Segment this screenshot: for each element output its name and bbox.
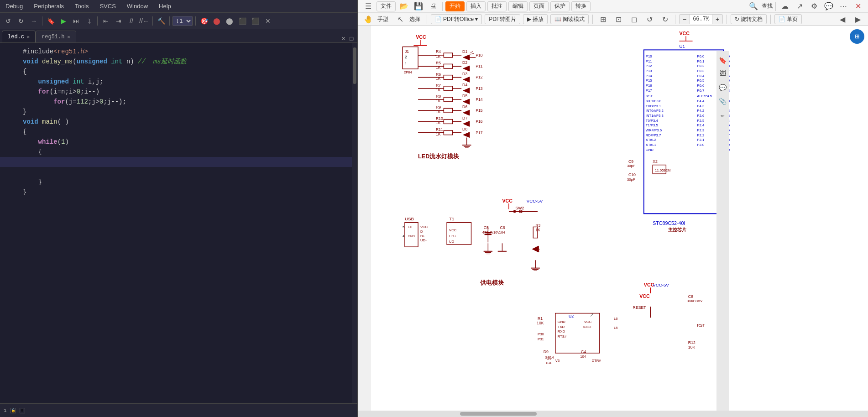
tab-reg51-h[interactable]: reg51.h ✕	[36, 31, 76, 42]
code-scroll-thumb[interactable]	[353, 47, 356, 84]
sidebar-clip-icon[interactable]: 📎	[717, 96, 728, 107]
indent-btn[interactable]: ⇤	[100, 16, 111, 26]
build-btn[interactable]: 🔨	[156, 16, 167, 26]
pdf-right-nav[interactable]: ▶	[852, 13, 864, 26]
stepover-btn[interactable]: ⤵	[84, 16, 94, 26]
u2-rxd: RXD	[558, 329, 565, 334]
view-mode-4[interactable]: ↺	[643, 13, 656, 26]
usb-pin1: EH	[408, 225, 413, 229]
pdf-bottom-scrollbar[interactable]	[358, 411, 868, 417]
p16-label: P16	[476, 119, 483, 124]
zoom-out-btn[interactable]: −	[680, 14, 690, 24]
pdf-read-btn[interactable]: 📖 阅读模式	[550, 14, 589, 24]
menu-debug[interactable]: Debug	[4, 2, 25, 10]
view-mode-5[interactable]: ↻	[659, 13, 671, 26]
pdf-image-btn[interactable]: PDF转图片	[485, 14, 520, 24]
code-line-9: {	[0, 127, 357, 137]
view-mode-1[interactable]: ⊞	[596, 13, 609, 26]
view-mode-2[interactable]: ⊡	[612, 13, 625, 26]
tab-led-c[interactable]: led.c ✕	[2, 31, 36, 42]
pdf-scroll-thumb[interactable]	[460, 412, 537, 416]
menu-help[interactable]: Help	[157, 2, 173, 10]
start-debug-btn[interactable]: ⬤	[211, 16, 222, 26]
p21-r: P2.1	[697, 138, 704, 142]
blue-action-btn[interactable]: ⊞	[850, 29, 864, 44]
pdf-left-nav[interactable]: ◀	[836, 13, 849, 26]
stop-debug-btn[interactable]: ⬤	[224, 16, 235, 26]
uncomment-btn[interactable]: //←	[139, 16, 150, 26]
sidebar-image-icon[interactable]: 🖼	[717, 68, 728, 79]
bookmark-btn[interactable]: 🔖	[45, 16, 56, 26]
menu-peripherals[interactable]: Peripherals	[32, 2, 66, 10]
comment-btn[interactable]: //	[126, 16, 137, 26]
p44-r: P4.4	[697, 99, 705, 103]
close-btn-x[interactable]: ✕	[262, 16, 273, 26]
pdf-close-btn[interactable]: ✕	[852, 0, 864, 13]
c4-label: C4	[581, 349, 586, 354]
code-editor-area[interactable]: #include<reg51.h> void delay_ms(unsigned…	[0, 43, 357, 403]
pdf-page-view-btn[interactable]: 📄 单页	[774, 14, 802, 24]
tab-led-c-close[interactable]: ✕	[27, 34, 30, 40]
restore-tab-btn[interactable]: ▢	[347, 34, 356, 42]
menu-tools[interactable]: Tools	[73, 2, 90, 10]
pdf-play-btn[interactable]: ▶ 播放	[523, 14, 548, 24]
sidebar-comment-icon[interactable]: 💬	[717, 82, 728, 93]
pdf-sep7	[770, 15, 771, 24]
menu-svcs[interactable]: SVCS	[98, 2, 117, 10]
code-line-10: while(1)	[0, 137, 357, 147]
pdf-print-btn[interactable]: 🖨	[427, 0, 439, 13]
redo-btn[interactable]: ↻	[16, 16, 26, 26]
tab-reg51-h-close[interactable]: ✕	[67, 34, 70, 40]
pdf-more-btn[interactable]: ⋯	[837, 0, 850, 13]
pdf-menu-btn[interactable]: ☰	[362, 0, 375, 13]
pdf-protect-btn[interactable]: 保护	[550, 1, 570, 11]
pdf-insert-btn[interactable]: 插入	[466, 1, 486, 11]
pdf-chat-btn[interactable]: 💬	[822, 0, 835, 13]
close-tab-btn[interactable]: ✕	[339, 34, 347, 42]
vcc-label-1: VCC	[416, 34, 426, 40]
pdf-annotate-btn[interactable]: 批注	[487, 1, 507, 11]
run-btn[interactable]: ▶	[58, 16, 69, 26]
target-btn[interactable]: 🎯	[199, 16, 209, 26]
u2-rts: RTS#	[558, 334, 567, 339]
pdf-save-btn[interactable]: 💾	[412, 0, 425, 13]
pdf-start-btn[interactable]: 开始	[445, 1, 465, 11]
outdent-btn[interactable]: ⇥	[113, 16, 124, 26]
pdf-settings-btn[interactable]: ⚙	[808, 0, 821, 13]
pdf-edit-btn[interactable]: 编辑	[508, 1, 528, 11]
forward-btn[interactable]: →	[28, 16, 39, 26]
r10-label: R10	[436, 116, 443, 121]
usb-d-: D-	[420, 229, 424, 234]
config-select[interactable]: t 1	[173, 16, 193, 26]
pdf-office-btn[interactable]: 📄 PDF转Office ▾	[431, 14, 482, 24]
sidebar-pen-icon[interactable]: ✏	[717, 109, 728, 120]
p31-label: P31	[538, 337, 544, 341]
pdf-select-icon[interactable]: ↖	[394, 13, 407, 26]
break-btn[interactable]: ⬛	[237, 16, 248, 26]
p10-label: P10	[476, 53, 483, 57]
pdf-hand-icon[interactable]: 🤚	[362, 13, 375, 26]
pdf-share-btn[interactable]: ↗	[793, 0, 806, 13]
pdf-open-btn[interactable]: 📂	[397, 0, 410, 13]
code-line-12	[0, 157, 357, 167]
code-scrollbar[interactable]	[352, 43, 357, 403]
pdf-page-btn[interactable]: 页面	[529, 1, 549, 11]
pin-t0: T0/P3.4	[646, 119, 659, 123]
view-mode-3[interactable]: ◻	[627, 13, 640, 26]
pdf-select-label: 选择	[409, 16, 420, 23]
pdf-rotate-btn[interactable]: ↻ 旋转文档	[731, 14, 767, 24]
d8-label: D8	[462, 127, 467, 131]
pdf-convert-btn[interactable]: 转换	[571, 1, 591, 11]
pdf-cloud-btn[interactable]: ☁	[779, 0, 791, 13]
sidebar-bookmark-icon[interactable]: 🔖	[717, 55, 728, 66]
continue-btn[interactable]: ⬛	[250, 16, 261, 26]
menu-window[interactable]: Window	[125, 2, 150, 10]
l5-label: L5	[614, 326, 618, 330]
pdf-search-btn[interactable]: 🔍	[747, 0, 760, 13]
code-line-7: }	[0, 107, 357, 117]
pdf-file-btn[interactable]: 文件	[376, 1, 396, 11]
p14-label: P14	[476, 97, 483, 102]
step-btn[interactable]: ⏭	[71, 16, 82, 26]
zoom-in-btn[interactable]: +	[712, 14, 722, 24]
undo-btn[interactable]: ↺	[3, 16, 14, 26]
